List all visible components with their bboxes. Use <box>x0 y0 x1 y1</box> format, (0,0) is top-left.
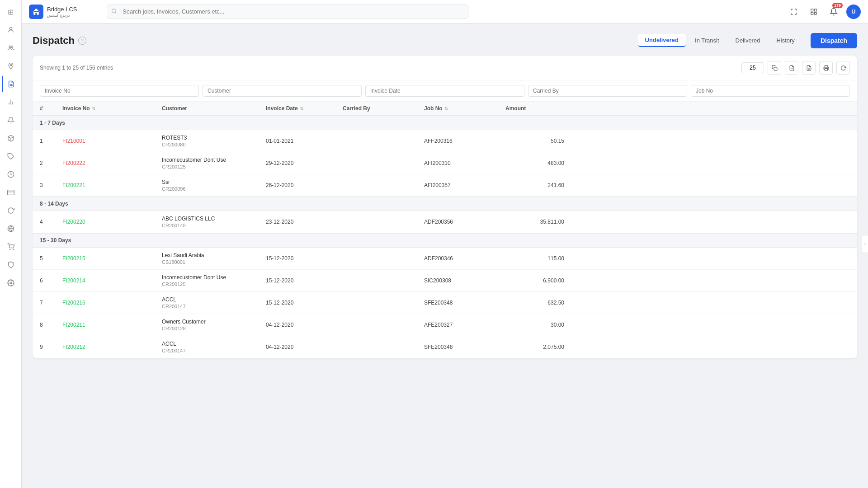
td-invoice-date: 01-01-2021 <box>266 138 343 144</box>
th-amount: Amount <box>505 105 564 112</box>
showing-text: Showing 1 to 25 of 156 entries <box>40 65 113 71</box>
td-invoice-link[interactable]: FI200214 <box>62 277 162 284</box>
tab-in-transit[interactable]: In Transit <box>688 34 726 47</box>
tab-history[interactable]: History <box>769 34 802 47</box>
table-row: 5 FI200215 Lexi Saudi ArabiaCS180001 15-… <box>33 248 857 270</box>
table-row: 1 FI210001 ROTEST3CR200080 01-01-2021 AF… <box>33 130 857 152</box>
notification-button[interactable]: 179 <box>826 5 841 19</box>
sort-icon-date: ⇅ <box>300 106 303 111</box>
tabs-container: Undelivered In Transit Delivered History <box>637 33 803 48</box>
sidebar-icon-tag[interactable] <box>3 148 19 164</box>
td-customer: ROTEST3CR200080 <box>162 135 266 147</box>
td-invoice-date: 15-12-2020 <box>266 255 343 262</box>
sidebar-icon-dashboard[interactable]: ⊞ <box>3 4 19 20</box>
td-num: 9 <box>40 344 62 350</box>
td-job-no: SFE200348 <box>424 300 505 306</box>
filter-invoice-no[interactable] <box>40 85 199 97</box>
tab-delivered[interactable]: Delivered <box>728 34 768 47</box>
user-avatar[interactable]: U <box>846 5 861 19</box>
td-invoice-link[interactable]: FI200215 <box>62 255 162 262</box>
sidebar-icon-location[interactable] <box>3 58 19 74</box>
th-invoice-date[interactable]: Invoice Date ⇅ <box>266 105 343 112</box>
sidebar-icon-refresh[interactable] <box>3 202 19 219</box>
td-customer: Lexi Saudi ArabiaCS180001 <box>162 252 266 265</box>
svg-point-2 <box>11 46 13 47</box>
td-invoice-link[interactable]: FI200211 <box>62 322 162 328</box>
sidebar-icon-document[interactable] <box>2 76 20 92</box>
filter-carried-by[interactable] <box>528 85 687 97</box>
logo-text-area: Bridge LCS بريدج لسس <box>47 6 77 18</box>
topbar: Bridge LCS بريدج لسس 179 U <box>22 0 868 23</box>
td-amount: 6,900.00 <box>505 277 564 284</box>
table-row: 6 FI200214 Incomecustomer Dont UseCR2001… <box>33 270 857 292</box>
th-customer: Customer <box>162 105 266 112</box>
td-invoice-date: 26-12-2020 <box>266 182 343 188</box>
csv-button[interactable] <box>785 61 798 75</box>
help-icon[interactable]: ? <box>78 37 86 45</box>
search-input[interactable] <box>107 5 468 19</box>
td-job-no: SIC200308 <box>424 277 505 284</box>
td-customer: ABC LOGISTICS LLCCR200148 <box>162 216 266 228</box>
sidebar-icon-settings[interactable] <box>3 275 19 291</box>
td-invoice-link[interactable]: FI200212 <box>62 344 162 350</box>
toolbar-right <box>741 61 850 75</box>
td-num: 5 <box>40 255 62 262</box>
logo-area: Bridge LCS بريدج لسس <box>29 5 101 19</box>
sidebar-icon-globe[interactable] <box>3 221 19 237</box>
sidebar-icon-group[interactable] <box>3 40 19 56</box>
svg-point-19 <box>112 9 116 13</box>
td-amount: 241.60 <box>505 182 564 188</box>
td-customer: ACCLCR200147 <box>162 296 266 309</box>
filters-row <box>33 80 857 102</box>
td-num: 7 <box>40 300 62 306</box>
td-num: 3 <box>40 182 62 188</box>
group-header-1-7: 1 - 7 Days <box>33 116 857 130</box>
search-bar <box>107 5 468 19</box>
fullscreen-icon[interactable] <box>787 5 801 19</box>
sidebar: ⊞ <box>0 0 22 488</box>
td-amount: 632.50 <box>505 300 564 306</box>
sidebar-icon-shield[interactable] <box>3 257 19 273</box>
td-invoice-link[interactable]: FI200216 <box>62 300 162 306</box>
table-card: Showing 1 to 25 of 156 entries <box>33 56 857 358</box>
dispatch-button[interactable]: Dispatch <box>811 33 857 48</box>
sort-icon-job: ⇅ <box>444 106 448 111</box>
filter-job-no[interactable] <box>691 85 850 97</box>
td-customer: ACCLCR200147 <box>162 341 266 353</box>
tab-undelivered[interactable]: Undelivered <box>638 34 686 47</box>
td-invoice-link[interactable]: FI200222 <box>62 160 162 166</box>
td-job-no: AFI200310 <box>424 160 505 166</box>
page-content: Dispatch ? Undelivered In Transit Delive… <box>22 23 868 488</box>
app-subtitle: بريدج لسس <box>47 13 77 18</box>
td-job-no: AFF200316 <box>424 138 505 144</box>
copy-button[interactable] <box>768 61 781 75</box>
sidebar-icon-cart[interactable] <box>3 239 19 255</box>
td-customer: SsrCR200096 <box>162 179 266 192</box>
print-button[interactable] <box>819 61 833 75</box>
sidebar-collapse-handle[interactable]: ‹ <box>862 235 868 253</box>
sidebar-icon-card[interactable] <box>3 184 19 201</box>
th-job-no[interactable]: Job No ⇅ <box>424 105 505 112</box>
td-invoice-date: 23-12-2020 <box>266 219 343 225</box>
th-num: # <box>40 105 62 112</box>
sidebar-icon-alert[interactable] <box>3 112 19 128</box>
td-invoice-link[interactable]: FI200221 <box>62 182 162 188</box>
filter-customer[interactable] <box>203 85 362 97</box>
sidebar-icon-clock[interactable] <box>3 166 19 183</box>
td-invoice-link[interactable]: FI210001 <box>62 138 162 144</box>
grid-icon[interactable] <box>807 5 821 19</box>
table-row: 2 FI200222 Incomecustomer Dont UseCR2001… <box>33 152 857 174</box>
td-customer: Owners CustomerCR200128 <box>162 319 266 331</box>
refresh-button[interactable] <box>836 61 850 75</box>
td-invoice-link[interactable]: FI200220 <box>62 219 162 225</box>
sidebar-icon-chart[interactable] <box>3 94 19 110</box>
svg-point-18 <box>10 282 12 284</box>
td-num: 8 <box>40 322 62 328</box>
filter-invoice-date[interactable] <box>365 85 524 97</box>
sidebar-icon-box[interactable] <box>3 130 19 146</box>
th-invoice-no[interactable]: Invoice No ⇅ <box>62 105 162 112</box>
table-body: 1 - 7 Days 1 FI210001 ROTEST3CR200080 01… <box>33 116 857 358</box>
page-size-input[interactable] <box>741 62 764 73</box>
excel-button[interactable] <box>802 61 816 75</box>
sidebar-icon-person[interactable] <box>3 22 19 38</box>
